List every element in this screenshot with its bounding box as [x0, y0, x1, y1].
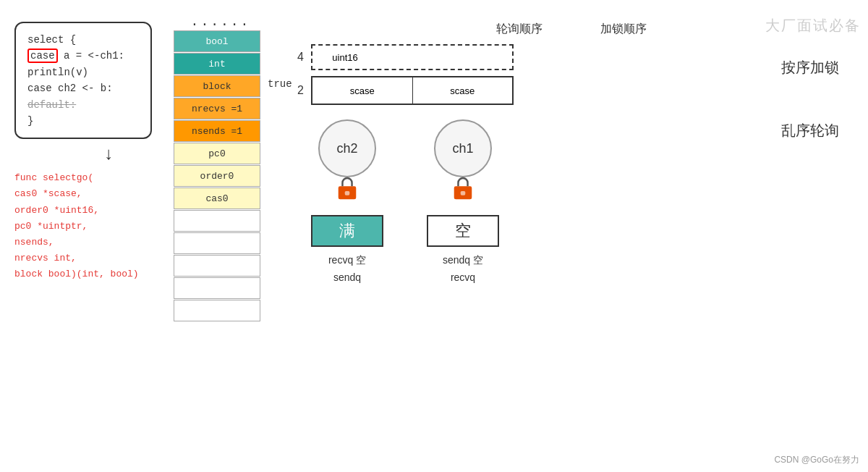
- func-line-1: cas0 *scase,: [14, 186, 159, 202]
- scase-box-2: scase: [413, 77, 513, 104]
- right-labels: 按序加锁 乱序轮询: [781, 58, 839, 140]
- uint16-box: uint16: [311, 44, 514, 70]
- watermark: CSDN @GoGo在努力: [774, 454, 859, 466]
- header-locking: 加锁顺序: [600, 22, 647, 37]
- stack-order0: order0: [174, 165, 260, 187]
- stack-int: int: [174, 53, 260, 75]
- println-line: println(v): [27, 64, 139, 80]
- main-container: select { case a = <-ch1: println(v) case…: [0, 0, 868, 472]
- ch1-lock-icon: [450, 174, 476, 201]
- stack-cas0: cas0: [174, 187, 260, 209]
- sendq-label-1: sendq 空: [427, 254, 499, 267]
- stack-dots: ......: [174, 14, 268, 29]
- true-label: true: [268, 78, 292, 90]
- stack-empty-3: [174, 255, 260, 277]
- row-2: 2 scase scase: [289, 76, 854, 105]
- recvq-label-2: recvq: [427, 271, 499, 283]
- func-code: func selectgo( cas0 *scase, order0 *uint…: [14, 170, 159, 282]
- stack-empty-1: [174, 210, 260, 232]
- queue-row: 满 空: [311, 215, 854, 247]
- stack-block: block: [174, 75, 260, 97]
- stack-bool: bool: [174, 30, 260, 52]
- case2-line: case ch2 <- b:: [27, 80, 139, 96]
- row-4: 4 uint16: [289, 44, 854, 70]
- default-line: default:: [27, 97, 139, 113]
- channel-ch2: ch2: [311, 119, 383, 201]
- stack-panel: ...... bool int block true nrecvs =1 nse…: [174, 14, 268, 322]
- channels-row: ch2 ch1: [311, 119, 854, 201]
- recvq-label-1: recvq 空: [311, 254, 383, 267]
- code-panel: select { case a = <-ch1: println(v) case…: [14, 22, 159, 282]
- stack-empty-2: [174, 232, 260, 254]
- svg-rect-1: [345, 191, 350, 195]
- queue-empty-box: 空: [427, 215, 499, 247]
- func-line-2: order0 *uint16,: [14, 203, 159, 219]
- func-line-5: nrecvs int,: [14, 250, 159, 266]
- close-brace: }: [27, 113, 139, 129]
- stack-empty-5: [174, 300, 260, 321]
- ch2-circle: ch2: [318, 119, 376, 177]
- select-code-box: select { case a = <-ch1: println(v) case…: [14, 22, 152, 139]
- func-line-3: pc0 *uintptr,: [14, 219, 159, 235]
- ch1-circle: ch1: [434, 119, 492, 177]
- case1-line: case a = <-ch1:: [27, 48, 139, 64]
- func-line-4: nsends,: [14, 235, 159, 250]
- header-polling: 轮询顺序: [496, 22, 542, 37]
- diagram-panel: 轮询顺序 加锁顺序 4 uint16 2 scase scase: [289, 22, 854, 283]
- queue-full-box: 满: [311, 215, 383, 247]
- func-line-6: block bool)(int, bool): [14, 266, 159, 282]
- default-strikethrough: default:: [27, 99, 76, 111]
- scase-box-1: scase: [312, 77, 413, 104]
- svg-rect-3: [461, 191, 466, 195]
- func-line-0: func selectgo(: [14, 170, 159, 186]
- row-2-label: 2: [289, 84, 304, 97]
- right-label-2: 乱序轮询: [781, 121, 839, 140]
- stack-nsends: nsends =1: [174, 120, 260, 142]
- case-keyword: case: [27, 49, 58, 63]
- channel-ch1: ch1: [427, 119, 499, 201]
- queue-labels-row-1: recvq 空 sendq 空: [311, 254, 854, 267]
- stack-nrecvs: nrecvs =1: [174, 98, 260, 119]
- logo-text: 大厂面试必备: [765, 16, 861, 35]
- select-line: select {: [27, 32, 139, 48]
- ch2-lock-icon: [334, 174, 360, 201]
- scase-container: scase scase: [311, 76, 514, 105]
- row-4-label: 4: [289, 51, 304, 64]
- sendq-label-2: sendq: [311, 271, 383, 283]
- uint16-text: uint16: [320, 52, 370, 63]
- queue-labels-row-2: sendq recvq: [311, 271, 854, 283]
- stack-pc0: pc0: [174, 143, 260, 164]
- logo-area: 大厂面试必备: [752, 7, 861, 43]
- arrow-down: ↓: [14, 145, 159, 164]
- stack-empty-4: [174, 277, 260, 299]
- right-label-1: 按序加锁: [781, 58, 839, 77]
